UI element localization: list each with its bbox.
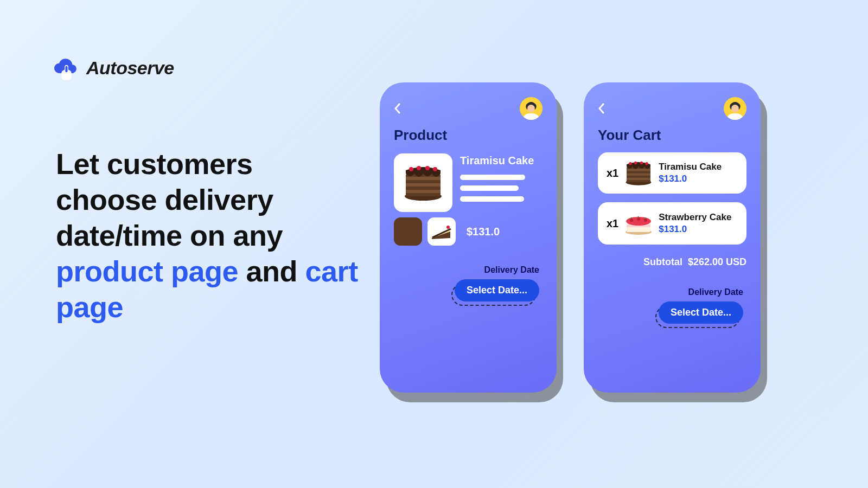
select-date-button[interactable]: Select Date... xyxy=(659,301,743,324)
cart-item[interactable]: x1 Tiramisu Cake $131.0 xyxy=(598,152,746,194)
brand-logo: Autoserve xyxy=(52,54,174,81)
svg-point-13 xyxy=(731,105,739,112)
product-image xyxy=(394,153,452,212)
product-page-mock: Product xyxy=(380,82,557,393)
desc-placeholder-line xyxy=(460,196,524,202)
svg-point-22 xyxy=(646,162,648,165)
cake-slice-icon xyxy=(431,223,452,240)
headline-accent-product: product page xyxy=(56,255,238,287)
cart-item-qty: x1 xyxy=(607,167,618,179)
headline-connector: and xyxy=(238,255,297,287)
desc-placeholder-line xyxy=(460,175,525,180)
cart-item-qty: x1 xyxy=(607,217,618,230)
product-name: Tiramisu Cake xyxy=(460,155,542,167)
cart-item-price: $131.0 xyxy=(659,224,738,235)
svg-point-21 xyxy=(640,162,643,164)
strawberry-cake-icon xyxy=(623,210,654,237)
svg-point-8 xyxy=(409,167,413,171)
svg-rect-18 xyxy=(627,169,650,171)
svg-rect-6 xyxy=(406,183,441,187)
svg-rect-5 xyxy=(406,190,441,193)
brand-name: Autoserve xyxy=(86,57,174,79)
svg-point-19 xyxy=(629,162,631,165)
svg-point-10 xyxy=(425,166,430,170)
svg-rect-16 xyxy=(627,178,650,180)
tiramisu-cake-icon xyxy=(401,164,445,202)
marketing-headline: Let customers choose delivery date/time … xyxy=(56,146,360,325)
product-price: $131.0 xyxy=(467,226,500,238)
headline-part1: Let customers choose delivery date/time … xyxy=(56,147,283,252)
delivery-date-label: Delivery Date xyxy=(484,265,539,275)
avatar[interactable] xyxy=(520,97,542,120)
svg-rect-1 xyxy=(65,66,67,73)
page-title: Product xyxy=(394,127,542,144)
cart-item-name: Strawberry Cake xyxy=(659,212,738,223)
svg-point-2 xyxy=(527,105,535,112)
variant-swatch-slice[interactable] xyxy=(427,217,456,246)
svg-point-12 xyxy=(446,226,450,229)
svg-rect-7 xyxy=(406,177,441,180)
cart-page-mock: Your Cart x1 Tiramisu xyxy=(584,82,761,393)
desc-placeholder-line xyxy=(460,185,519,191)
page-title: Your Cart xyxy=(598,127,746,144)
delivery-date-label: Delivery Date xyxy=(688,287,743,297)
svg-point-11 xyxy=(433,167,437,171)
cart-item-price: $131.0 xyxy=(659,174,738,184)
tiramisu-cake-icon xyxy=(623,160,654,186)
cart-item-name: Tiramisu Cake xyxy=(659,162,738,172)
back-icon[interactable] xyxy=(394,103,400,114)
back-icon[interactable] xyxy=(598,103,604,114)
svg-rect-17 xyxy=(627,174,650,176)
cart-item[interactable]: x1 Strawberry Cake xyxy=(598,202,746,245)
svg-point-20 xyxy=(634,162,637,164)
cloud-touch-icon xyxy=(52,54,79,81)
variant-swatch-chocolate[interactable] xyxy=(394,217,422,246)
svg-point-9 xyxy=(417,166,421,170)
select-date-button[interactable]: Select Date... xyxy=(455,279,539,301)
subtotal-value: $262.00 USD xyxy=(688,256,746,268)
subtotal-label: Subtotal xyxy=(643,256,682,268)
avatar[interactable] xyxy=(724,97,746,120)
